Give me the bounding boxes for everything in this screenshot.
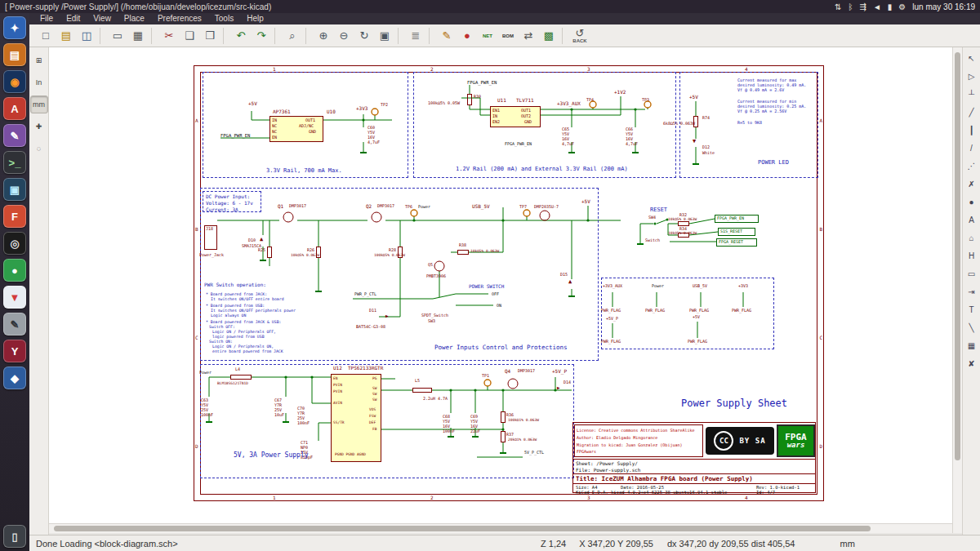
launcher-paint[interactable]: ✎ [3,124,26,147]
toolbar-button[interactable] [398,28,403,44]
launcher-file-manager[interactable]: ▣ [3,178,26,201]
paste-button[interactable]: ❒ [200,26,220,46]
redo-button[interactable]: ↷ [252,26,271,46]
schematic-canvas[interactable]: 1234 1234 ABCD ABCD +5VAP7361U10FPGA_PWR… [49,47,952,523]
zoom-out-button[interactable]: ⊖ [334,26,354,46]
launcher-maps[interactable]: ▼ [3,286,26,309]
battery-icon[interactable]: ▮ [888,2,893,11]
annotate-button[interactable]: ✎ [437,26,457,46]
menu-view[interactable]: View [87,13,117,24]
place-wire-button[interactable]: ╱ [964,104,979,120]
schematic-text: ▲ [260,237,263,243]
cancel-tool-button[interactable]: ↖ [964,51,979,66]
place-junction-button[interactable]: ● [964,194,979,210]
launcher-cube[interactable]: ◆ [3,367,26,389]
launcher-wine[interactable]: Y [3,340,26,362]
zoom-fit-button[interactable]: ▣ [375,26,394,46]
delete-item-button[interactable]: ✘ [964,356,979,371]
leave-sheet-button[interactable]: ↺ BACK [570,26,590,46]
place-global-label-button[interactable]: ⌂ [964,230,979,246]
launcher-dash[interactable]: ✦ [3,16,26,39]
schematic-text: DMP3017 [289,204,306,209]
grid-toggle-button[interactable]: ⊞ [30,51,48,69]
menu-file[interactable]: File [34,13,59,24]
page-settings-button[interactable]: ▭ [108,26,127,46]
toolbar-button[interactable] [223,28,228,44]
launcher-software[interactable]: ● [3,259,26,282]
place-sheet-button[interactable]: ▭ [964,266,979,282]
zoom-redraw-button[interactable]: ↻ [354,26,374,46]
horizontal-scrollbar-thumb[interactable] [54,526,871,531]
copy-button[interactable]: ❑ [180,26,199,46]
schematic-text: IN [492,114,497,119]
bluetooth-icon[interactable]: ᛒ [849,2,853,11]
toolbar-button[interactable] [305,28,310,44]
cut-button[interactable]: ✂ [159,26,179,46]
place-text-button[interactable]: T [964,302,979,318]
launcher-app-a[interactable]: A [3,97,26,120]
unity-launcher: ▯ ✦▤◉A✎>_▣F◎●▼✎Y◆ [0,13,29,551]
new-schematic-button[interactable]: □ [36,26,56,46]
launcher-app-f[interactable]: F [3,205,26,228]
launcher-firefox[interactable]: ◉ [3,70,26,93]
schematic-text: NC [272,124,277,129]
place-bitmap-button[interactable]: ▦ [964,338,979,353]
schematic-text: POWER SWITCH [469,284,504,290]
menu-tools[interactable]: Tools [209,13,239,24]
schematic-text: * Board powered from USB: [206,304,265,308]
toolbar-button[interactable] [562,28,567,44]
tool-button-icon: ◌ [37,144,41,153]
undo-button[interactable]: ↶ [231,26,251,46]
hidden-pins-button[interactable]: ◌ [30,140,48,158]
menu-place[interactable]: Place [118,13,150,24]
clock[interactable]: lun may 30 16:19 [912,2,975,11]
vertical-scrollbar-thumb[interactable] [955,52,960,460]
toolbar-button-icon: ≣ [412,30,421,41]
place-bus-button[interactable]: ┃ [964,122,979,138]
find-button[interactable]: ⌕ [283,26,302,46]
units-inches-button[interactable]: In [30,73,48,91]
menu-help[interactable]: Help [241,13,270,24]
horizontal-scrollbar[interactable] [49,523,952,533]
cursor-shape-button[interactable]: ✚ [30,118,48,136]
bom-button[interactable]: BOM [498,26,518,46]
place-power-port-button[interactable]: ┴ [964,87,979,102]
bus-to-bus-entry-button[interactable]: ⋰ [964,158,979,174]
menu-edit[interactable]: Edit [60,13,86,24]
toolbar-button[interactable] [151,28,156,44]
place-line-button[interactable]: ╲ [964,320,979,335]
zoom-in-button[interactable]: ⊕ [314,26,333,46]
menu-preferences[interactable]: Preferences [152,13,207,24]
volume-icon[interactable]: ◄ [873,2,881,11]
toolbar-button[interactable] [274,28,279,44]
print-button[interactable]: ▦ [128,26,148,46]
toolbar-button[interactable] [429,28,434,44]
input-method-icon[interactable]: ⇅ [835,2,841,11]
launcher-trash[interactable]: ▯ [3,525,26,548]
netlist-button[interactable]: NET [478,26,497,46]
open-schematic-button[interactable]: ▤ [56,26,76,46]
hierarchy-navigator-button[interactable]: ≣ [406,26,425,46]
wire-to-bus-entry-button[interactable]: / [964,140,979,156]
place-hierarchical-label-button[interactable]: H [964,248,979,264]
save-button[interactable]: ◫ [77,26,96,46]
network-icon[interactable]: ⇶ [860,2,866,11]
schematic-text: PWR_FLAG [689,309,709,313]
schematic-text: Logic ON / Peripherals ON, [212,344,274,349]
place-no-connect-button[interactable]: ✗ [964,176,979,192]
place-net-label-button[interactable]: A [964,212,979,228]
import-sheet-pin-button[interactable]: ⇥ [964,284,979,300]
toolbar-button[interactable] [100,28,105,44]
session-gear-icon[interactable]: ⚙ [898,2,906,11]
erc-button[interactable]: ● [457,26,477,46]
vertical-scrollbar[interactable] [952,47,962,533]
launcher-terminal[interactable]: >_ [3,151,26,174]
place-component-button[interactable]: ▷ [964,69,979,84]
launcher-screenshot[interactable]: ◎ [3,232,26,255]
launcher-files[interactable]: ▤ [3,43,26,66]
schematic-text: entire board powered from JACK [212,349,283,353]
launcher-text-editor[interactable]: ✎ [3,313,26,335]
run-pcbnew-button[interactable]: ▩ [539,26,559,46]
assign-footprints-button[interactable]: ⇄ [519,26,538,46]
units-mm-button[interactable]: mm [30,96,48,113]
